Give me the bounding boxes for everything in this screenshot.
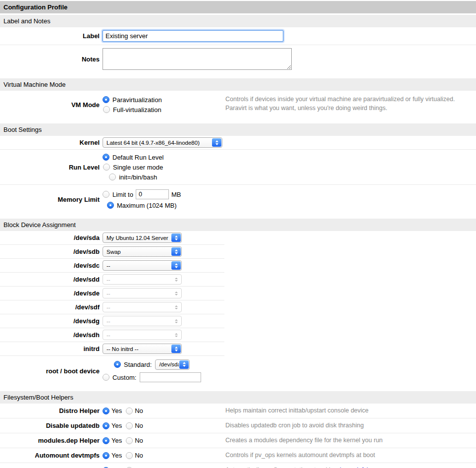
select-stepper-icon xyxy=(171,234,181,242)
vm-mode-row: VM Mode Paravirtualization Full-virtuali… xyxy=(0,91,476,119)
root-boot-device-label: root / boot device xyxy=(0,367,103,375)
device-select-sdb[interactable]: Swap xyxy=(103,246,182,257)
select-value: -- xyxy=(103,277,171,283)
yes-radio-icon[interactable] xyxy=(103,452,109,459)
radio-option-label: Full-virtualization xyxy=(113,106,161,114)
section-fs-helpers: Filesystem/Boot Helpers xyxy=(0,391,476,404)
device-select-sdg: -- xyxy=(103,316,182,326)
helper-row-distro-helper: Distro Helper Yes No Helps maintain corr… xyxy=(0,404,476,418)
no-label: No xyxy=(135,422,143,429)
helper-help: Disables updatedb cron job to avoid disk… xyxy=(225,421,364,430)
root-device-standard-option[interactable]: Standard: /dev/sda xyxy=(114,358,190,370)
root-device-custom-input[interactable] xyxy=(140,372,201,382)
no-radio-icon[interactable] xyxy=(126,422,133,429)
run-level-option-init-bin-bash[interactable]: init=/bin/bash xyxy=(109,172,157,182)
memory-limit-row: Memory Limit Limit to MB Maximum (1024 M… xyxy=(0,185,476,215)
run-level-option-default[interactable]: Default Run Level xyxy=(103,152,163,162)
kernel-label: Kernel xyxy=(0,139,103,146)
radio-icon[interactable] xyxy=(103,106,110,113)
memory-limit-option-maximum[interactable]: Maximum (1024 MB) xyxy=(107,200,177,210)
radio-icon[interactable] xyxy=(103,154,109,161)
root-device-custom-option[interactable]: Custom: xyxy=(103,371,201,383)
device-label: /dev/sdg xyxy=(0,317,103,325)
vm-mode-option-full-virtualization[interactable]: Full-virtualization xyxy=(103,105,161,115)
yes-radio-icon[interactable] xyxy=(103,408,109,414)
select-value: -- xyxy=(103,263,171,269)
section-label-and-notes: Label and Notes xyxy=(0,15,476,27)
device-select-sda[interactable]: My Ubuntu 12.04 Server xyxy=(103,233,182,243)
vm-mode-label: VM Mode xyxy=(0,101,103,109)
no-label: No xyxy=(135,452,143,459)
radio-icon[interactable] xyxy=(109,174,116,180)
select-value: /dev/sda xyxy=(156,361,179,367)
helper-label: Distro Helper xyxy=(0,407,103,414)
select-value: Latest 64 bit (4.9.7-x86_64-linode80) xyxy=(103,140,212,146)
radio-icon[interactable] xyxy=(103,374,109,381)
device-label: /dev/sdb xyxy=(0,248,103,255)
no-label: No xyxy=(135,407,143,414)
device-row-sdh: /dev/sdh -- xyxy=(0,328,224,342)
label-field-label: Label xyxy=(0,32,103,40)
run-level-option-single-user[interactable]: Single user mode xyxy=(103,162,163,172)
select-value: -- xyxy=(103,291,171,296)
radio-option-label: Single user mode xyxy=(113,164,163,171)
memory-limit-option-limit[interactable]: Limit to MB xyxy=(103,188,181,200)
device-label: /dev/sdh xyxy=(0,331,103,339)
select-stepper-icon xyxy=(171,261,181,270)
device-label: /dev/sda xyxy=(0,234,103,241)
initrd-label: initrd xyxy=(0,345,103,352)
initrd-select[interactable]: -- No initrd -- xyxy=(103,344,182,354)
help-line: Paravirt is what you want, unless you're… xyxy=(225,105,387,112)
select-stepper-icon xyxy=(212,138,221,147)
vm-mode-option-paravirtualization[interactable]: Paravirtualization xyxy=(103,95,162,105)
no-radio-icon[interactable] xyxy=(126,408,133,414)
notes-field-label: Notes xyxy=(0,56,103,63)
memory-limit-input[interactable] xyxy=(136,189,169,199)
select-value: Swap xyxy=(103,249,171,255)
root-device-standard-select[interactable]: /dev/sda xyxy=(155,359,190,370)
device-select-sdd: -- xyxy=(103,274,182,285)
page-title: Configuration Profile xyxy=(0,1,476,13)
yes-radio-icon[interactable] xyxy=(103,437,109,444)
kernel-row: Kernel Latest 64 bit (4.9.7-x86_64-linod… xyxy=(0,136,476,150)
help-line: Controls if devices inside your virtual … xyxy=(225,96,455,103)
radio-icon[interactable] xyxy=(103,164,110,171)
label-input[interactable] xyxy=(103,30,283,42)
memory-unit-label: MB xyxy=(171,191,181,198)
yes-radio-icon[interactable] xyxy=(103,422,109,429)
radio-option-label: Maximum (1024 MB) xyxy=(117,202,177,209)
select-stepper-icon xyxy=(171,275,181,284)
helper-help: Creates a modules dependency file for th… xyxy=(225,436,383,445)
helper-help: Automatically configure static networkin… xyxy=(225,466,369,468)
root-boot-device-row: root / boot device Standard: /dev/sda Cu… xyxy=(0,356,476,387)
radio-option-label: init=/bin/bash xyxy=(119,174,157,181)
device-select-sdc[interactable]: -- xyxy=(103,260,182,271)
helper-label: Disable updatedb xyxy=(0,422,103,429)
device-select-sdf: -- xyxy=(103,302,182,312)
kernel-select[interactable]: Latest 64 bit (4.9.7-x86_64-linode80) xyxy=(103,137,222,148)
helper-label: modules.dep Helper xyxy=(0,437,103,444)
helper-help: Helps maintain correct inittab/upstart c… xyxy=(225,406,369,415)
notes-textarea[interactable] xyxy=(103,48,292,70)
helper-label: Automount devtmpfs xyxy=(0,452,103,459)
radio-icon[interactable] xyxy=(107,202,114,209)
memory-limit-label: Memory Limit xyxy=(0,196,103,203)
select-stepper-icon xyxy=(171,345,181,353)
radio-option-label: Custom: xyxy=(112,374,136,381)
no-radio-icon[interactable] xyxy=(126,452,133,459)
yes-label: Yes xyxy=(111,437,122,444)
select-value: -- xyxy=(103,318,171,324)
radio-icon[interactable] xyxy=(103,191,109,198)
select-stepper-icon xyxy=(171,317,181,325)
device-row-sdf: /dev/sdf -- xyxy=(0,300,224,314)
run-level-label: Run Level xyxy=(0,164,103,171)
no-radio-icon[interactable] xyxy=(126,437,133,444)
radio-option-label: Default Run Level xyxy=(112,154,163,161)
device-row-sdb: /dev/sdb Swap xyxy=(0,245,224,259)
select-stepper-icon xyxy=(179,360,189,369)
radio-icon[interactable] xyxy=(114,361,121,368)
yes-label: Yes xyxy=(111,452,122,459)
radio-icon[interactable] xyxy=(103,96,109,103)
select-stepper-icon xyxy=(171,289,181,297)
helper-help: Controls if pv_ops kernels automount dev… xyxy=(225,451,375,460)
